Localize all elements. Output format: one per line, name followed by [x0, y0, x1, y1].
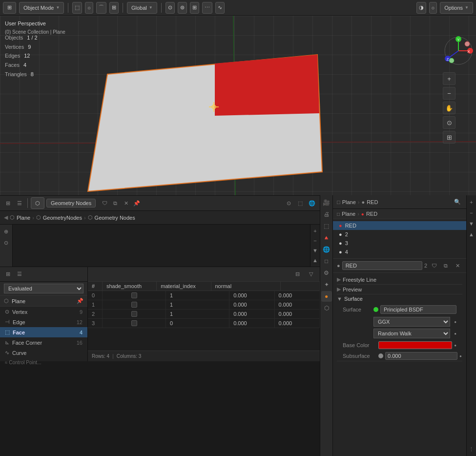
copy-node-button[interactable]: ⧉	[110, 198, 120, 208]
object-mode-dropdown[interactable]: Object Mode ▼	[19, 2, 64, 14]
object-tab-icon[interactable]: □	[321, 256, 332, 267]
viewport-3d[interactable]: User Perspective (0) Scene Collection | …	[0, 16, 476, 195]
material-item-3[interactable]: ● 3	[333, 239, 466, 248]
node-right-2[interactable]: −	[310, 236, 320, 245]
shade-smooth-cell[interactable]	[103, 319, 166, 328]
world-button[interactable]: 🌐	[307, 198, 317, 208]
domain-face[interactable]: ⬚ Face 4	[0, 327, 87, 337]
world-tab-icon[interactable]: 🌐	[321, 244, 332, 255]
breadcrumb-geometry-nodes[interactable]: Geometry Nodes	[95, 215, 135, 221]
select-all-button[interactable]: ⊞	[109, 2, 119, 14]
geometry-nodes-icon: ⬡	[36, 214, 41, 221]
grid-button[interactable]: ⊞	[190, 2, 199, 14]
render-button[interactable]: ○	[429, 2, 437, 14]
modifier-tab-icon[interactable]: ⚙	[321, 268, 332, 278]
material-index-cell: 0	[166, 319, 229, 328]
surface-section-header[interactable]: ▼ Surface	[337, 294, 462, 303]
material-item-red[interactable]: ● RED	[333, 221, 466, 230]
camera-button[interactable]: ⊙	[443, 116, 455, 129]
left-arrow-icon[interactable]: ◀	[4, 214, 8, 221]
checkbox[interactable]	[131, 302, 137, 308]
shade-smooth-cell[interactable]	[103, 291, 166, 300]
ggx-select[interactable]: GGX Multiscatter GGX	[373, 317, 450, 327]
pan-button[interactable]: ✋	[443, 102, 455, 114]
spreadsheet-type-icon[interactable]: ⊞	[3, 269, 13, 279]
material-item-4[interactable]: ● 4	[333, 248, 466, 256]
render-tab-icon[interactable]: 🎥	[321, 197, 332, 208]
checkbox[interactable]	[131, 311, 137, 317]
prop-search-button[interactable]: 🔍	[453, 197, 462, 207]
node-right-4[interactable]: ▲	[310, 256, 320, 265]
node-right-3[interactable]: ▼	[310, 246, 320, 255]
spreadsheet-menu-icon[interactable]: ☰	[15, 269, 24, 279]
shade-smooth-cell[interactable]	[103, 310, 166, 318]
prop-dots-button[interactable]: ⋮	[467, 444, 476, 454]
overlay-node-button[interactable]: ⬚	[295, 198, 305, 208]
domain-edge[interactable]: ⊣ Edge 12	[0, 317, 87, 327]
pin-node-button[interactable]: 📌	[132, 198, 142, 208]
breadcrumb-plane[interactable]: Plane	[17, 215, 30, 221]
subsurface-input[interactable]	[385, 352, 457, 360]
node-tool-1[interactable]: ⊕	[1, 227, 11, 236]
prop-up-button[interactable]: ▲	[467, 229, 476, 239]
node-canvas[interactable]: ▾ Group Input Geometry	[13, 225, 310, 267]
prop-down-button[interactable]: ▼	[467, 219, 476, 228]
prop-add-button[interactable]: +	[467, 197, 476, 207]
row-index: 2	[88, 310, 103, 318]
checkbox[interactable]	[131, 292, 137, 298]
prop-plane-icon: □	[337, 199, 340, 205]
zoom-in-button[interactable]: +	[443, 72, 455, 85]
node-tool-2[interactable]: ⊙	[1, 238, 11, 248]
breadcrumb-geonodes[interactable]: GeometryNodes	[43, 215, 82, 221]
viewport-shading-button[interactable]: ◑	[416, 2, 426, 14]
zoom-out-button[interactable]: −	[443, 87, 455, 100]
geometry-nodes-tab[interactable]: Geometry Nodes	[46, 199, 96, 207]
close-node-button[interactable]: ✕	[121, 198, 131, 208]
particles-tab-icon[interactable]: ✦	[321, 279, 332, 290]
material-tab-icon[interactable]: ●	[321, 291, 332, 302]
filter-columns-button[interactable]: ⊟	[292, 269, 302, 279]
evaluated-select[interactable]: Evaluated Original	[4, 284, 83, 293]
material-name-input[interactable]	[342, 261, 422, 270]
ortho-button[interactable]: ⊞	[443, 131, 455, 144]
filter-button[interactable]: ▽	[306, 269, 316, 279]
select-box-button[interactable]: ⬚	[72, 2, 82, 14]
snap-button[interactable]: ⊙	[166, 2, 175, 14]
freestyle-section-header[interactable]: ▶ Freestyle Line	[337, 275, 462, 285]
overlay-button[interactable]: ∿	[215, 2, 225, 14]
options-button[interactable]: Options ▼	[440, 2, 473, 14]
prop-remove-button[interactable]: −	[467, 208, 476, 218]
scene-tab-icon[interactable]: 🔺	[321, 232, 332, 243]
base-color-swatch[interactable]	[378, 341, 452, 349]
view-layer-tab-icon[interactable]: ⬚	[321, 221, 332, 231]
node-right-1[interactable]: +	[310, 227, 320, 235]
shade-smooth-cell[interactable]	[103, 300, 166, 309]
output-tab-icon[interactable]: 🖨	[321, 209, 332, 220]
select-lasso-button[interactable]: ⌒	[96, 2, 106, 14]
copy-mat-icon[interactable]: ⧉	[441, 261, 451, 270]
shield-mat-icon[interactable]: 🛡	[429, 261, 439, 270]
preview-section-header[interactable]: ▶ Preview	[337, 285, 462, 294]
transform-global-dropdown[interactable]: Global ▼	[127, 2, 157, 14]
footer-sep: |	[112, 353, 114, 359]
close-mat-icon[interactable]: ✕	[453, 261, 462, 270]
data-tab-icon[interactable]: ⬡	[321, 303, 332, 313]
domain-curve[interactable]: ∿ Curve	[0, 348, 87, 358]
material-item-2[interactable]: ● 2	[333, 230, 466, 239]
random-walk-select[interactable]: Random Walk	[373, 329, 450, 338]
snap-node-button[interactable]: ⊙	[284, 198, 293, 208]
shield-icon[interactable]: 🛡	[100, 198, 109, 208]
proportional-button[interactable]: ⊚	[178, 2, 187, 14]
domain-face-corner[interactable]: ⊾ Face Corner 16	[0, 337, 87, 348]
wireframe-button[interactable]: ⋯	[202, 2, 212, 14]
orientation-gizmo[interactable]: X Y Z	[443, 35, 474, 66]
checkbox[interactable]	[131, 320, 137, 326]
pin-ss-icon[interactable]: 📌	[77, 298, 83, 304]
select-circle-button[interactable]: ○	[85, 2, 93, 14]
node-editor-type-button[interactable]: ⬡	[31, 197, 44, 209]
editor-type-button[interactable]: ⊞	[3, 2, 16, 14]
svg-text:Z: Z	[447, 57, 449, 62]
domain-vertex[interactable]: ⊙ Vertex 9	[0, 307, 87, 317]
editor-type-node-button[interactable]: ⊞	[3, 198, 13, 208]
node-hamburger-button[interactable]: ☰	[15, 198, 24, 208]
